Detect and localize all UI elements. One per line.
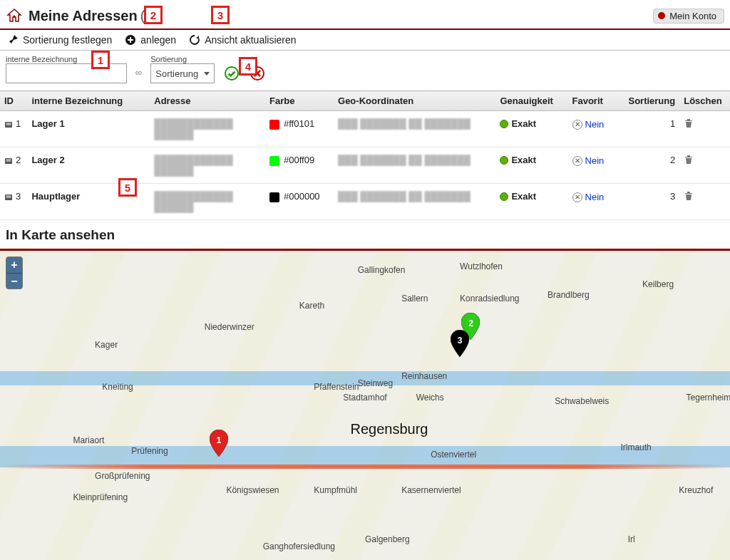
- col-accuracy[interactable]: Genauigkeit: [495, 91, 567, 111]
- color-swatch-icon: [269, 156, 279, 166]
- map-place-label: Konradsiedlung: [460, 294, 519, 304]
- filter-sort-select[interactable]: Sortierung: [150, 63, 215, 83]
- map-pin[interactable]: 1: [210, 430, 228, 457]
- favorite-toggle-link[interactable]: Nein: [585, 192, 605, 202]
- delete-button[interactable]: [684, 156, 694, 167]
- account-button-label: Mein Konto: [669, 11, 716, 21]
- svg-rect-14: [6, 197, 11, 197]
- map-place-label: Kneiting: [102, 382, 133, 392]
- cell-address: ████████████ ██████: [150, 147, 265, 184]
- cell-geo: ███ ███████ ██ ███████: [334, 111, 495, 147]
- map-pin-number: 1: [217, 435, 222, 445]
- col-id[interactable]: ID: [0, 91, 27, 111]
- map-place-label: Keilberg: [642, 279, 674, 289]
- map-place-label: Kleinprüfening: [73, 492, 128, 502]
- cell-geo: ███ ███████ ██ ███████: [334, 184, 495, 220]
- favorite-toggle-link[interactable]: Nein: [585, 119, 605, 130]
- cell-color: #00ff09: [265, 147, 334, 184]
- cell-address: ████████████ ██████: [150, 111, 265, 147]
- cell-accuracy: Exakt: [495, 184, 567, 220]
- filter-sort-value: Sortierung: [155, 68, 198, 79]
- cell-accuracy: Exakt: [495, 147, 567, 184]
- cell-color: #000000: [265, 184, 334, 220]
- cell-id: 2: [0, 147, 27, 184]
- col-address[interactable]: Adresse: [150, 91, 265, 111]
- home-icon[interactable]: [6, 7, 23, 24]
- table-row[interactable]: 3Hauptlager████████████ ██████#000000███…: [0, 184, 730, 220]
- col-delete[interactable]: Löschen: [679, 91, 730, 111]
- apply-filter-button[interactable]: [223, 65, 240, 82]
- svg-rect-13: [6, 195, 11, 196]
- map-pin[interactable]: 3: [451, 330, 469, 357]
- page-title: Meine Adressen: [29, 8, 138, 24]
- map-pin-number: 2: [468, 318, 473, 328]
- map-pin-number: 3: [458, 336, 463, 346]
- callout-1: 1: [91, 51, 110, 69]
- cell-name: Lager 1: [27, 111, 150, 147]
- callout-4: 4: [239, 57, 257, 76]
- filter-sort-label: Sortierung: [150, 55, 215, 63]
- map-place-label: Kager: [95, 340, 118, 350]
- callout-3: 3: [211, 6, 230, 24]
- accuracy-icon: [500, 192, 508, 201]
- cell-favorite: ✕Nein: [568, 184, 622, 220]
- map-place-label: Kumpfmühl: [314, 485, 357, 495]
- col-name[interactable]: interne Bezeichnung: [27, 91, 150, 111]
- map-place-label: Galgenberg: [365, 534, 410, 544]
- account-button[interactable]: Mein Konto: [653, 9, 724, 24]
- record-icon: [4, 193, 13, 202]
- cell-geo: ███ ███████ ██ ███████: [334, 147, 495, 184]
- cell-delete: [679, 147, 730, 184]
- status-dot-icon: [658, 12, 665, 19]
- cell-favorite: ✕Nein: [568, 111, 622, 147]
- cell-sort: 3: [622, 184, 679, 220]
- map-place-label: Kareth: [299, 301, 324, 311]
- delete-button[interactable]: [684, 120, 694, 130]
- svg-point-2: [225, 67, 238, 80]
- table-row[interactable]: 1Lager 1████████████ ██████#ff0101███ ██…: [0, 111, 730, 147]
- delete-button[interactable]: [684, 192, 694, 203]
- sort-define-label: Sortierung festlegen: [23, 34, 112, 46]
- map-place-label: Kreuzhof: [679, 485, 713, 495]
- map-place-label: Großprüfening: [95, 471, 150, 481]
- map-place-label: Kasernenviertel: [401, 485, 461, 495]
- map-place-label: Sallern: [401, 294, 428, 304]
- cell-id: 3: [0, 184, 27, 220]
- map-place-label: Irl: [628, 534, 635, 544]
- col-geo[interactable]: Geo-Koordinaten: [334, 91, 495, 111]
- not-favorite-icon: ✕: [572, 156, 582, 166]
- col-color[interactable]: Farbe: [265, 91, 334, 111]
- accuracy-icon: [500, 120, 508, 128]
- map-place-label: Prüfening: [131, 446, 168, 456]
- map-place-label: Königswiesen: [226, 485, 279, 495]
- svg-point-0: [14, 16, 16, 18]
- cell-delete: [679, 184, 730, 220]
- map-place-label: Ganghofersiedlung: [263, 541, 335, 551]
- map-place-label: Schwabelweis: [555, 396, 609, 406]
- zoom-in-button[interactable]: +: [6, 257, 22, 273]
- cell-color: #ff0101: [265, 111, 334, 147]
- create-button[interactable]: anlegen: [125, 34, 176, 46]
- table-header-row: ID interne Bezeichnung Adresse Farbe Geo…: [0, 91, 730, 111]
- trash-icon: [684, 191, 694, 201]
- cell-accuracy: Exakt: [495, 111, 567, 147]
- favorite-toggle-link[interactable]: Nein: [585, 155, 605, 166]
- link-separator-icon: ∞: [135, 67, 142, 78]
- svg-rect-5: [6, 123, 11, 123]
- refresh-button[interactable]: Ansicht aktualisieren: [189, 34, 296, 46]
- toolbar: Sortierung festlegen anlegen Ansicht akt…: [0, 30, 730, 50]
- map-place-label: Mariaort: [73, 435, 104, 445]
- map-place-label: Stadtamhof: [343, 393, 386, 403]
- col-sort[interactable]: Sortierung: [622, 91, 679, 111]
- callout-5: 5: [118, 178, 137, 197]
- map-place-label: Niederwinzer: [205, 322, 255, 332]
- cell-favorite: ✕Nein: [568, 147, 622, 184]
- zoom-out-button[interactable]: −: [6, 273, 22, 289]
- cell-address: ████████████ ██████: [150, 184, 265, 220]
- table-row[interactable]: 2Lager 2████████████ ██████#00ff09███ ██…: [0, 147, 730, 184]
- sort-define-button[interactable]: Sortierung festlegen: [7, 34, 112, 46]
- color-swatch-icon: [269, 192, 279, 202]
- map[interactable]: + − © OpenStreetMap contributors. Gallin…: [0, 249, 730, 560]
- col-favorite[interactable]: Favorit: [568, 91, 622, 111]
- chevron-down-icon: [204, 72, 210, 76]
